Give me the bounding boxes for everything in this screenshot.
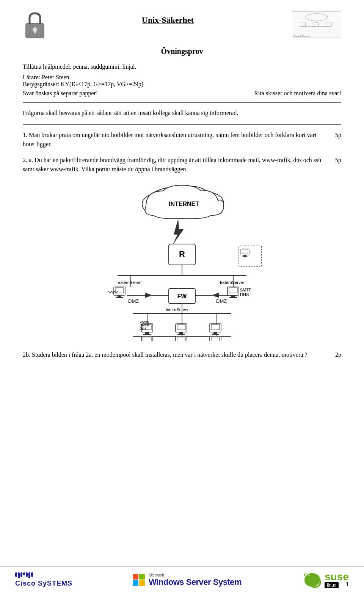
suse-chameleon-icon bbox=[302, 570, 323, 589]
cisco-stripes bbox=[15, 572, 33, 578]
teacher-row: Lärare: Peter Steen Betygsgränser: KY(IG… bbox=[23, 74, 341, 88]
header-thumbnail: Network Diagram bbox=[288, 11, 341, 40]
question-1-points: 5p bbox=[335, 131, 341, 140]
svg-rect-34 bbox=[118, 295, 121, 297]
svg-text:FW: FW bbox=[177, 293, 187, 299]
svg-text:DMZ: DMZ bbox=[216, 298, 227, 304]
intern-right-computer bbox=[210, 324, 221, 335]
firewall-box: FW bbox=[169, 288, 195, 304]
bottom-right-computer bbox=[210, 336, 221, 341]
svg-text:INTERNET: INTERNET bbox=[169, 201, 199, 207]
svg-rect-83 bbox=[211, 337, 220, 341]
question-2a-text: 2. a. Du har en paketfiltrerande brandvä… bbox=[23, 156, 328, 174]
allow-tools-text: Tillåtna hjälpmedel; penna, suddgummi, l… bbox=[23, 63, 341, 70]
svg-rect-2 bbox=[34, 30, 36, 33]
cisco-name-text: Cisco SySTEMS bbox=[15, 580, 72, 588]
page-number: 1 bbox=[346, 581, 349, 588]
question-2a-points: 5p bbox=[335, 156, 341, 165]
suse-text: suse bbox=[325, 572, 349, 582]
question-2a-content: Du har en paketfiltrerande brandvägg fra… bbox=[23, 157, 321, 172]
svg-text:DMZ: DMZ bbox=[128, 298, 139, 304]
lock-icon bbox=[23, 11, 47, 41]
question-2b-points: 2p bbox=[335, 350, 341, 359]
linux-text: linux bbox=[325, 582, 339, 588]
svg-rect-71 bbox=[212, 334, 219, 335]
main-title: Unix-Säkerhet bbox=[47, 15, 288, 25]
subtitle: Övningsprov bbox=[23, 47, 341, 56]
svg-text:www: www bbox=[108, 290, 118, 294]
page-title-area: Unix-Säkerhet bbox=[47, 11, 288, 25]
question-2b-row: 2b. Studera bilden i fråga 2a, en modemp… bbox=[23, 350, 341, 359]
svg-rect-35 bbox=[116, 297, 123, 298]
ms-text-block: Microsoft Windows Server System bbox=[149, 573, 242, 587]
svg-text:Network Diagram: Network Diagram bbox=[293, 35, 311, 37]
svg-point-94 bbox=[307, 574, 312, 578]
teacher-label: Lärare: Peter Steen bbox=[23, 74, 341, 81]
svg-text:ExternServer: ExternServer bbox=[118, 280, 142, 285]
page-footer: Cisco SySTEMS Microsoft Windows Server S… bbox=[0, 566, 364, 589]
network-diagram-container: INTERNET R ExternServer ExternServe bbox=[23, 181, 341, 341]
svg-rect-79 bbox=[177, 337, 185, 341]
svg-rect-3 bbox=[293, 12, 340, 38]
separate-paper-text: Svar önskas på separat papper! bbox=[23, 90, 182, 97]
question-1-content: Man brukar prata om ungefär nio hotbilde… bbox=[23, 132, 316, 147]
svg-text:SMTP: SMTP bbox=[240, 288, 252, 292]
internet-cloud: INTERNET bbox=[142, 185, 224, 219]
question-2b-content: Studera bilden i fråga 2a, en modempool … bbox=[32, 351, 307, 358]
svg-text:DNS: DNS bbox=[240, 292, 249, 297]
questions-note: Frågorna skall besvaras på ett sådant sä… bbox=[23, 109, 341, 118]
sketches-text: Rita skisser och motivera dina svar! bbox=[182, 90, 341, 97]
svg-marker-23 bbox=[173, 219, 184, 245]
svg-rect-88 bbox=[242, 250, 248, 254]
lightning-bolt bbox=[173, 219, 184, 245]
grades-label: Betygsgränser: KY(IG<17p, G>=17p, VG>=29… bbox=[23, 81, 341, 88]
question-1-text: 1. Man brukar prata om ungefär nio hotbi… bbox=[23, 131, 328, 149]
right-smtp-computer bbox=[228, 287, 239, 298]
questions-note-text: Frågorna skall besvaras på ett sådant sä… bbox=[23, 109, 341, 118]
svg-rect-58 bbox=[143, 334, 151, 335]
question-2b-text: 2b. Studera bilden i fråga 2a, en modemp… bbox=[23, 350, 328, 359]
ms-squares bbox=[133, 574, 145, 586]
suse-logo: suse linux bbox=[302, 570, 349, 589]
cisco-logo: Cisco SySTEMS bbox=[15, 572, 72, 588]
bottom-center-computer bbox=[176, 336, 187, 341]
suse-text-block: suse linux bbox=[325, 572, 349, 588]
network-diagram: INTERNET R ExternServer ExternServe bbox=[72, 181, 292, 341]
question-2a-row: 2. a. Du har en paketfiltrerande brandvä… bbox=[23, 156, 341, 174]
question-2b-number: 2b. bbox=[23, 351, 32, 358]
question-2a-number: 2. a. bbox=[23, 157, 35, 163]
svg-rect-70 bbox=[213, 332, 217, 334]
question-1-number: 1. bbox=[23, 132, 29, 138]
question-1: 1. Man brukar prata om ungefär nio hotbi… bbox=[23, 131, 341, 149]
question-2a: 2. a. Du har en paketfiltrerande brandvä… bbox=[23, 156, 341, 174]
svg-rect-90 bbox=[242, 257, 248, 257]
svg-rect-66 bbox=[177, 334, 185, 335]
info-block: Tillåtna hjälpmedel; penna, suddgummi, l… bbox=[23, 63, 341, 97]
teacher-grades: Lärare: Peter Steen Betygsgränser: KY(IG… bbox=[23, 74, 341, 88]
router-box: R bbox=[169, 244, 195, 265]
intern-center-computer bbox=[176, 324, 187, 335]
svg-rect-38 bbox=[229, 288, 237, 293]
svg-text:R: R bbox=[179, 249, 185, 259]
svg-rect-69 bbox=[211, 324, 220, 330]
svg-point-96 bbox=[308, 575, 309, 576]
svg-rect-57 bbox=[145, 332, 149, 334]
question-1-row: 1. Man brukar prata om ungefär nio hotbi… bbox=[23, 131, 341, 149]
svg-text:DNS: DNS bbox=[140, 327, 147, 331]
ms-top-text: Microsoft bbox=[149, 573, 242, 577]
question-2b: 2b. Studera bilden i fråga 2a, en modemp… bbox=[23, 350, 341, 359]
svg-rect-75 bbox=[143, 337, 151, 341]
svg-rect-40 bbox=[229, 297, 237, 298]
ms-bottom-text: Windows Server System bbox=[149, 577, 242, 587]
microsoft-logo: Microsoft Windows Server System bbox=[133, 573, 242, 587]
page-header: Unix-Säkerhet Network Diagram bbox=[23, 11, 341, 41]
svg-text:ExternServer: ExternServer bbox=[220, 280, 245, 285]
svg-text:InternServer: InternServer bbox=[166, 307, 189, 312]
section-divider-2 bbox=[23, 124, 341, 125]
bottom-left-computer bbox=[141, 336, 153, 341]
svg-rect-64 bbox=[177, 324, 185, 330]
svg-rect-89 bbox=[243, 255, 246, 257]
section-divider bbox=[23, 102, 341, 103]
svg-rect-65 bbox=[179, 332, 183, 334]
paper-sketches-row: Svar önskas på separat papper! Rita skis… bbox=[23, 90, 341, 97]
